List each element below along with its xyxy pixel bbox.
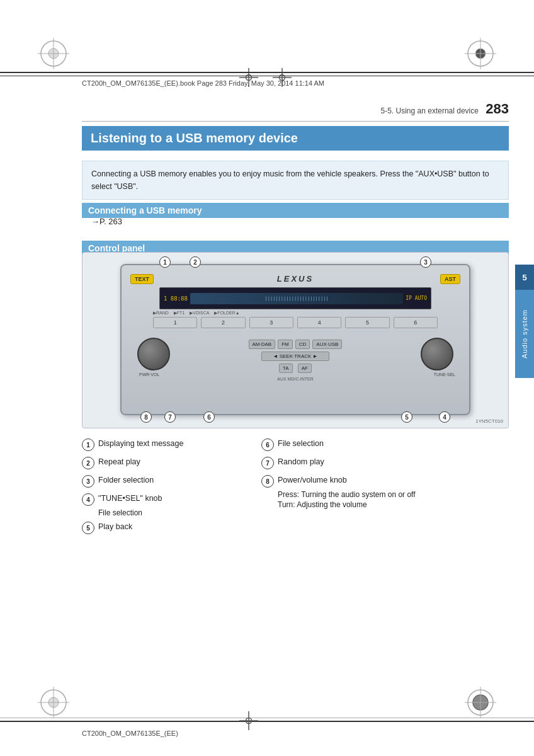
- pwr-vol-knob[interactable]: [137, 338, 170, 370]
- legend-subtext-8b: Turn: Adjusting the volume: [261, 500, 509, 509]
- legend-subtext-8a: Press: Turning the audio system on or of…: [261, 490, 509, 499]
- seek-track-btn[interactable]: ◄ SEEK·TRACK ►: [261, 352, 330, 361]
- subsection-connecting: Connecting a USB memory: [82, 203, 509, 218]
- lexus-logo: LEXUS: [277, 274, 314, 284]
- legend-item-2: 2 Repeat play: [82, 456, 252, 469]
- legend-text-4: "TUNE•SEL" knob: [98, 493, 252, 505]
- legend-col-right: 6 File selection 7 Random play 8 Power/v…: [261, 438, 509, 513]
- legend-num-3: 3: [82, 475, 94, 488]
- am-dab-btn[interactable]: AM·DAB: [249, 340, 276, 349]
- header-line-top: [0, 72, 534, 73]
- side-tab-number: 5: [515, 265, 534, 290]
- legend-text-5: Play back: [98, 521, 252, 533]
- center-controls: AM·DAB FM CD AUX·USB ◄ SEEK·TRACK ► TA A…: [185, 340, 406, 381]
- num-buttons-row: 1 2 3 4 5 6: [153, 317, 438, 328]
- circle-5: 5: [401, 411, 412, 423]
- legend-num-5: 5: [82, 522, 94, 534]
- legend-text-8: Power/volume knob: [278, 474, 509, 486]
- circle-7: 7: [164, 411, 176, 423]
- legend-text-3: Folder selection: [98, 474, 252, 486]
- header-line: [0, 76, 534, 76]
- p-ref: →P. 263: [91, 217, 122, 226]
- audio-system-tab: Audio system: [515, 290, 534, 378]
- num-btn-6[interactable]: 6: [394, 317, 438, 328]
- side-tab-num-label: 5: [522, 273, 526, 282]
- cd-btn[interactable]: CD: [295, 340, 310, 349]
- legend-text-6: File selection: [278, 438, 509, 450]
- bottom-row: PWR·VOL TUNE·SEL AM·DAB FM CD AUX·USB ◄ …: [134, 335, 457, 379]
- circle-1: 1: [159, 256, 171, 268]
- legend-item-3: 3 Folder selection: [82, 474, 252, 488]
- corner-bottom-left: [38, 687, 69, 718]
- circle-6: 6: [203, 411, 215, 423]
- legend-num-8: 8: [261, 475, 274, 488]
- section-text: 5-5. Using an external device: [381, 106, 479, 115]
- crosshair-bottom: [239, 711, 258, 732]
- legend-num-1: 1: [82, 438, 94, 451]
- legend-text-1: Displaying text message: [98, 438, 252, 450]
- legend-item-4: 4 "TUNE•SEL" knob: [82, 493, 252, 506]
- side-tab-label: Audio system: [521, 309, 528, 358]
- corner-top-left: [38, 38, 69, 69]
- section-divider: [82, 121, 509, 122]
- legend-item-6: 6 File selection: [261, 438, 509, 451]
- legend-subtext-4: File selection: [82, 508, 252, 517]
- image-label: 1YN5CT010: [475, 418, 503, 424]
- legend-item-5: 5 Play back: [82, 521, 252, 534]
- legend-text-2: Repeat play: [98, 456, 252, 468]
- main-title: Listening to a USB memory device: [82, 126, 509, 151]
- footer-line2: [0, 721, 534, 722]
- text-button[interactable]: TEXT: [130, 274, 154, 284]
- footer-line: [0, 718, 534, 718]
- circle-4: 4: [439, 411, 450, 423]
- tune-sel-knob[interactable]: [421, 338, 453, 370]
- num-btn-1[interactable]: 1: [153, 317, 197, 328]
- section-header: 5-5. Using an external device 283: [0, 101, 509, 117]
- af-btn[interactable]: AF: [298, 364, 312, 373]
- ast-button[interactable]: AST: [440, 274, 460, 284]
- page-number: 283: [486, 101, 509, 117]
- file-info: CT200h_OM_OM76135E_(EE).book Page 283 Fr…: [82, 79, 324, 87]
- num-btn-3[interactable]: 3: [249, 317, 293, 328]
- corner-top-right: [465, 38, 496, 69]
- num-btn-2[interactable]: 2: [201, 317, 245, 328]
- circle-8: 8: [140, 411, 152, 423]
- ta-btn[interactable]: TA: [279, 364, 293, 373]
- legend-item-1: 1 Displaying text message: [82, 438, 252, 451]
- legend-col-left: 1 Displaying text message 2 Repeat play …: [82, 438, 252, 539]
- fm-btn[interactable]: FM: [278, 340, 293, 349]
- legend-num-4: 4: [82, 493, 94, 506]
- legend-text-7: Random play: [278, 456, 509, 468]
- num-btn-5[interactable]: 5: [345, 317, 389, 328]
- control-panel: LEXUS TEXT AST 1 88:88 |||||||||||||||||…: [120, 264, 470, 415]
- aux-usb-btn[interactable]: AUX·USB: [312, 340, 342, 349]
- legend-num-2: 2: [82, 457, 94, 469]
- legend-item-8: 8 Power/volume knob: [261, 474, 509, 488]
- panel-image-area: LEXUS TEXT AST 1 88:88 |||||||||||||||||…: [82, 252, 509, 428]
- intro-box: Connecting a USB memory enables you to e…: [82, 161, 509, 200]
- num-btn-4[interactable]: 4: [297, 317, 341, 328]
- circle-3: 3: [420, 256, 431, 268]
- legend-num-6: 6: [261, 438, 274, 451]
- circle-2: 2: [190, 256, 201, 268]
- legend-num-7: 7: [261, 457, 274, 469]
- corner-bottom-right: [465, 687, 496, 718]
- legend-item-7: 7 Random play: [261, 456, 509, 469]
- footer-text: CT200h_OM_OM76135E_(EE): [82, 730, 178, 737]
- panel-display: 1 88:88 |||||||||||||||||||||||| IP AUTO: [159, 287, 431, 309]
